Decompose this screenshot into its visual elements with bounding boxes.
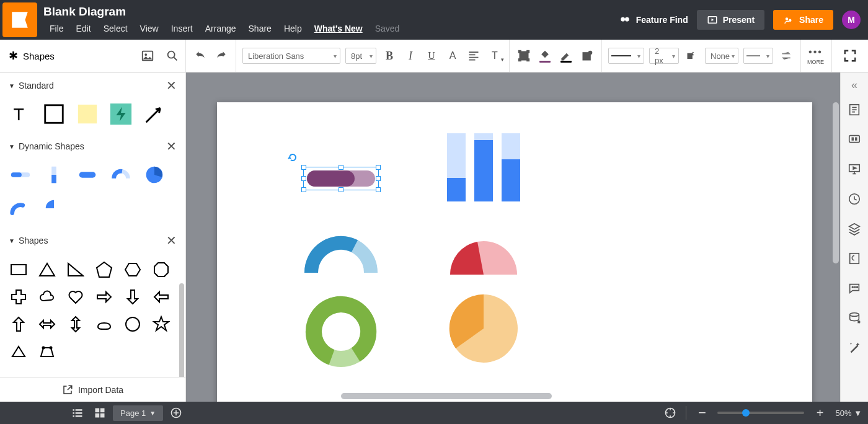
navigator-icon[interactable] [661,404,680,422]
sidebar-scrollbar[interactable] [179,73,184,377]
app-logo[interactable] [2,2,37,37]
wedge-shape[interactable] [42,197,66,220]
heart-shape[interactable] [63,285,88,309]
swap-ends-button[interactable] [778,48,794,64]
vertical-bar-shape[interactable] [42,163,66,187]
half-pie-shape-canvas[interactable] [446,237,521,281]
canvas-horizontal-scrollbar[interactable] [341,393,552,399]
line-style-select[interactable] [608,48,644,64]
triangle-up-shape[interactable] [6,339,31,364]
feature-find-button[interactable]: Feature Find [619,14,688,26]
pie-shape[interactable] [143,163,166,187]
pill-shape[interactable] [76,163,99,187]
close-section-icon[interactable]: ✕ [166,139,177,154]
selection-box[interactable] [303,167,379,190]
sticky-note-tool[interactable] [76,102,99,126]
text-align-button[interactable] [466,48,482,64]
fill-color-button[interactable] [537,48,553,64]
arrow-up-shape[interactable] [6,312,31,337]
fullscreen-button[interactable] [831,40,868,72]
notes-panel-icon[interactable] [843,96,866,123]
octagon-shape[interactable] [149,257,174,282]
chat-panel-icon[interactable] [843,275,866,302]
shapes-settings-icon[interactable]: ✱ [9,49,18,63]
italic-button[interactable]: I [402,48,418,64]
bar-chart-shape[interactable] [443,133,524,210]
arrow-down-shape[interactable] [120,285,145,309]
arrow-left-shape[interactable] [149,285,174,309]
rect-shape[interactable] [6,257,31,282]
menu-share[interactable]: Share [242,21,278,36]
page-tab[interactable]: Page 1▼ [113,405,163,421]
layers-panel-icon[interactable] [843,215,866,242]
list-view-icon[interactable] [68,404,87,422]
text-color-button[interactable]: A [445,48,461,64]
line-routing-button[interactable] [684,48,700,64]
menu-edit[interactable]: Edit [70,21,97,36]
rotate-handle[interactable] [288,152,298,162]
double-arrow-v-shape[interactable] [63,312,88,337]
text-tool[interactable]: T [9,102,32,126]
menu-help[interactable]: Help [278,21,308,36]
share-button[interactable]: Share [773,10,833,30]
donut-shape-canvas[interactable] [304,294,378,371]
grid-view-icon[interactable] [91,404,109,422]
half-donut-shape-canvas[interactable] [304,236,378,281]
close-section-icon[interactable]: ✕ [166,233,177,248]
section-shapes-header[interactable]: ▼Shapes✕ [0,227,185,254]
pentagon-shape[interactable] [92,257,117,282]
trapezoid-shape[interactable] [35,339,60,364]
close-section-icon[interactable]: ✕ [166,78,177,93]
history-panel-icon[interactable] [843,185,866,213]
rectangle-tool[interactable] [42,102,66,126]
zoom-slider[interactable] [717,412,804,414]
zoom-level[interactable]: 50% ▼ [835,409,862,418]
progress-bar-shape[interactable] [9,163,32,187]
section-standard-header[interactable]: ▼Standard✕ [0,73,185,99]
menu-whats-new[interactable]: What's New [308,21,369,36]
document-title[interactable]: Blank Diagram [43,5,619,19]
undo-button[interactable] [192,48,208,64]
more-tools-button[interactable]: ••• MORE [807,46,824,65]
font-family-select[interactable]: Liberation Sans [242,48,340,64]
line-start-select[interactable]: None [705,48,738,64]
shape-frame-button[interactable] [516,48,532,64]
circle-shape[interactable] [120,312,145,337]
theme-panel-icon[interactable] [843,245,866,272]
zoom-out-button[interactable]: − [693,404,711,422]
arrow-right-shape[interactable] [92,285,117,309]
pie-shape-canvas[interactable] [446,291,521,368]
data-panel-icon[interactable] [843,304,866,332]
bold-button[interactable]: B [381,48,397,64]
cloud-shape[interactable] [35,285,60,309]
insert-image-icon[interactable] [141,49,154,63]
present-panel-icon[interactable] [843,156,866,183]
hexagon-shape[interactable] [120,257,145,282]
cross-shape[interactable] [6,285,31,309]
arc-shape[interactable] [9,197,32,220]
shape-options-button[interactable] [579,48,595,64]
add-page-button[interactable] [167,404,185,422]
menu-view[interactable]: View [134,21,165,36]
line-end-select[interactable] [743,48,773,64]
user-avatar[interactable]: M [842,11,861,29]
half-donut-shape[interactable] [109,163,133,187]
section-dynamic-header[interactable]: ▼Dynamic Shapes✕ [0,133,185,159]
canvas-vertical-scrollbar[interactable] [833,102,839,263]
font-size-select[interactable]: 8pt [345,48,376,64]
underline-button[interactable]: U [423,48,440,64]
line-color-button[interactable] [558,48,574,64]
redo-button[interactable] [213,48,229,64]
double-arrow-h-shape[interactable] [35,312,60,337]
arrow-tool[interactable] [143,102,166,126]
search-shapes-icon[interactable] [166,49,179,63]
menu-arrange[interactable]: Arrange [199,21,242,36]
star-shape[interactable] [149,312,174,337]
triangle-shape[interactable] [35,257,60,282]
menu-select[interactable]: Select [97,21,134,36]
magic-panel-icon[interactable] [843,334,866,361]
canvas-area[interactable] [186,73,840,402]
import-data-button[interactable]: Import Data [0,377,185,402]
present-button[interactable]: Present [697,10,764,30]
rounded-shape[interactable] [92,312,117,337]
